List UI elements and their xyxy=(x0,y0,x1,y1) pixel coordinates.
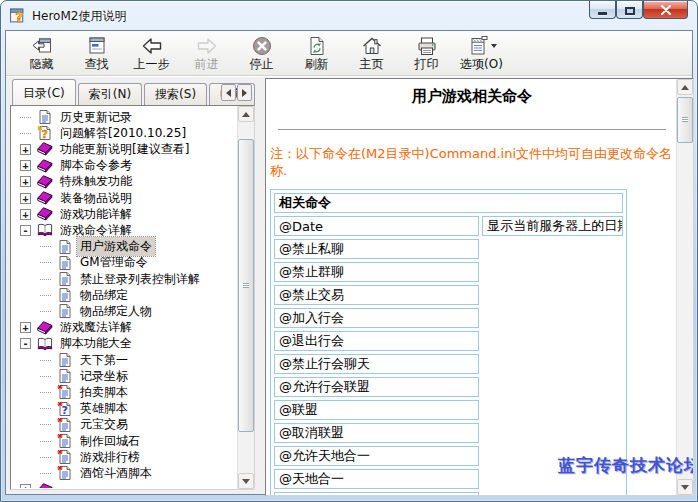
maximize-button[interactable] xyxy=(616,1,643,19)
toolbar-button-label: 刷新 xyxy=(305,57,329,72)
topic-scroll-up-button[interactable] xyxy=(677,79,693,95)
topic-page-new-icon xyxy=(57,417,73,433)
tab-index[interactable]: 索引(N) xyxy=(78,83,142,105)
print-icon xyxy=(416,34,438,57)
toolbar-hide-button[interactable]: 隐藏 xyxy=(14,32,69,74)
tab-scroll-left-button[interactable] xyxy=(221,84,236,101)
tree-scrollbar[interactable] xyxy=(237,106,254,489)
tab-search[interactable]: 搜索(S) xyxy=(144,83,207,105)
book-closed-icon xyxy=(37,174,53,190)
table-row xyxy=(274,492,623,496)
caption-buttons xyxy=(589,1,688,19)
collapse-toggle[interactable]: - xyxy=(20,338,31,349)
tree-scrollbar-thumb[interactable] xyxy=(238,139,254,432)
description-cell: 显示当前服务器上的日期时间 xyxy=(482,216,623,236)
tab-scroll-right-button[interactable] xyxy=(237,84,252,101)
toolbar-locate-button[interactable]: 查找 xyxy=(69,32,124,74)
expand-toggle[interactable]: + xyxy=(20,322,31,333)
home-icon xyxy=(361,34,383,57)
command-cell: @禁止私聊 xyxy=(274,239,479,259)
expand-toggle[interactable]: + xyxy=(20,144,31,155)
toolbar-stop-button[interactable]: 停止 xyxy=(234,32,289,74)
expand-toggle[interactable]: + xyxy=(20,193,31,204)
forward-arrow-icon xyxy=(196,34,218,57)
tree-item[interactable]: -游戏命令详解 xyxy=(12,222,135,238)
command-cell: @联盟 xyxy=(274,400,479,420)
toolbar-button-label: 打印 xyxy=(415,57,439,72)
description-cell xyxy=(482,331,623,351)
tree-item[interactable]: 历史更新记录 xyxy=(12,109,135,125)
toolbar-refresh-button[interactable]: 刷新 xyxy=(289,32,344,74)
refresh-icon xyxy=(306,34,328,57)
topic-scrollbar[interactable] xyxy=(676,79,693,495)
down-arrow-icon xyxy=(242,479,250,484)
table-row: @加入行会 xyxy=(274,308,623,328)
toolbar-print-button[interactable]: 打印 xyxy=(399,32,454,74)
tree-item[interactable]: 物品绑定人物 xyxy=(12,303,155,319)
topic-page-icon xyxy=(37,109,53,125)
tree-item[interactable]: 元宝交易 xyxy=(12,417,131,433)
tree-item[interactable]: +功能更新说明[建议查看] xyxy=(12,141,192,157)
tree-item[interactable]: +装备物品说明 xyxy=(12,190,135,206)
maximize-icon xyxy=(625,7,635,15)
topic-title: 用户游戏相关命令 xyxy=(266,87,678,106)
collapse-toggle[interactable]: - xyxy=(20,225,31,236)
up-arrow-icon xyxy=(681,85,689,90)
topic-page-icon xyxy=(57,368,73,384)
command-cell: @加入行会 xyxy=(274,308,479,328)
tree-item[interactable]: 禁止登录列表控制详解 xyxy=(12,271,203,287)
tree-item[interactable]: +游戏魔法详解 xyxy=(12,320,135,336)
command-cell: @天地合一 xyxy=(274,469,479,489)
tree-item[interactable]: + xyxy=(12,482,63,488)
tab-contents[interactable]: 目录(C) xyxy=(12,79,76,105)
tree-item[interactable]: +特殊触发功能 xyxy=(12,174,135,190)
expand-toggle[interactable]: + xyxy=(20,484,31,488)
topic-scroll-down-button[interactable] xyxy=(677,479,693,495)
expand-toggle[interactable]: + xyxy=(20,209,31,220)
titlebar[interactable]: ? HeroM2使用说明 xyxy=(1,1,697,30)
tree-item[interactable]: 记录坐标 xyxy=(12,368,131,384)
svg-text:?: ? xyxy=(62,404,68,417)
description-cell xyxy=(482,423,623,443)
window-title: HeroM2使用说明 xyxy=(32,8,126,25)
toolbar-home-button[interactable]: 主页 xyxy=(344,32,399,74)
right-arrow-icon xyxy=(242,89,247,97)
description-cell xyxy=(482,354,623,374)
topic-page-icon xyxy=(57,303,73,319)
tree-item[interactable]: 制作回城石 xyxy=(12,433,143,449)
tree-item[interactable]: GM管理命令 xyxy=(12,255,151,271)
tree-item[interactable]: 游戏排行榜 xyxy=(12,449,143,465)
toolbar-options-button[interactable]: 选项(O) xyxy=(454,32,509,74)
tree-scroll-down-button[interactable] xyxy=(238,473,254,489)
tabs: 目录(C)索引(N)搜索(S)收藏 xyxy=(10,79,255,105)
topic-page-icon xyxy=(57,255,73,271)
tab-scroll-buttons xyxy=(220,84,252,101)
tree-item[interactable]: 酒馆斗酒脚本 xyxy=(12,465,155,481)
tab-strip: 目录(C)索引(N)搜索(S)收藏 xyxy=(10,79,256,105)
tree-item[interactable]: ?问题解答[2010.10.25] xyxy=(12,125,189,141)
minimize-button[interactable] xyxy=(589,1,616,19)
topic-page-icon xyxy=(57,352,73,368)
tree-item[interactable]: 物品绑定 xyxy=(12,287,131,303)
divider-rule xyxy=(278,129,666,130)
expand-toggle[interactable]: + xyxy=(20,176,31,187)
tree-item[interactable]: +游戏功能详解 xyxy=(12,206,135,222)
toolbar-back-button[interactable]: 上一步 xyxy=(124,32,179,74)
description-cell xyxy=(482,400,623,420)
left-arrow-icon xyxy=(226,89,231,97)
tree-item[interactable]: 用户游戏命令 xyxy=(12,239,155,255)
tree-item[interactable]: -脚本功能大全 xyxy=(12,336,135,352)
expand-toggle[interactable]: + xyxy=(20,160,31,171)
tree-item[interactable]: +脚本命令参考 xyxy=(12,158,135,174)
tree-item[interactable]: ?英雄脚本 xyxy=(12,401,131,417)
pane-splitter[interactable] xyxy=(255,105,265,490)
close-button[interactable] xyxy=(643,1,688,19)
tree-scroll-up-button[interactable] xyxy=(238,106,254,122)
command-cell: @允许天地合一 xyxy=(274,446,479,466)
description-cell xyxy=(482,239,623,259)
book-closed-icon xyxy=(37,141,53,157)
tree-item[interactable]: 天下第一 xyxy=(12,352,131,368)
tree-item[interactable]: 拍卖脚本 xyxy=(12,384,131,400)
book-closed-icon xyxy=(37,206,53,222)
topic-scrollbar-thumb[interactable] xyxy=(677,97,693,143)
